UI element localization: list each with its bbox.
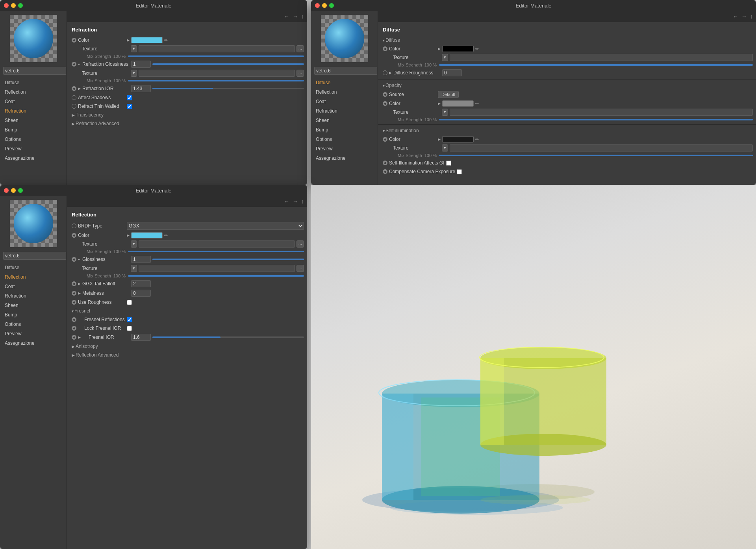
source-btn[interactable]: Default [438, 91, 459, 98]
nav-diffuse-2[interactable]: Diffuse [311, 78, 378, 87]
refr-ior-slider[interactable] [152, 88, 304, 89]
texture-field-1[interactable] [139, 45, 295, 52]
nav-back-3[interactable]: ← [284, 198, 289, 205]
fresnel-ior-slider[interactable] [152, 336, 304, 338]
max-btn-2[interactable] [329, 3, 334, 8]
texture-dots-refl[interactable]: ... [296, 240, 304, 248]
texture-dropdown-gloss[interactable]: ▾ [131, 70, 137, 77]
nav-forward-1[interactable]: → [293, 13, 298, 20]
nav-refraction-1[interactable]: Refraction [0, 106, 67, 116]
material-name-input-1[interactable] [3, 67, 66, 75]
close-btn-1[interactable] [4, 3, 9, 8]
min-btn-1[interactable] [11, 3, 16, 8]
si-subsection[interactable]: ▾ Self-illumination [378, 126, 756, 135]
metalness-input[interactable] [131, 290, 151, 297]
close-btn-3[interactable] [4, 188, 9, 193]
mix-slider-refl[interactable] [128, 251, 304, 252]
refl-color-radio[interactable] [72, 233, 76, 238]
fresnel-refl-check[interactable] [127, 317, 132, 322]
nav-forward-3[interactable]: → [293, 198, 298, 205]
opacity-color-swatch[interactable] [442, 100, 474, 107]
mix-slider-diffuse[interactable] [439, 64, 753, 66]
refr-ior-radio[interactable] [72, 86, 76, 91]
nav-back-1[interactable]: ← [284, 13, 289, 20]
refl-color-swatch[interactable] [131, 232, 163, 238]
refr-gloss-input[interactable] [131, 61, 151, 68]
refr-ior-input[interactable] [131, 85, 151, 92]
opacity-color-radio[interactable] [383, 101, 387, 106]
nav-refraction-3[interactable]: Refraction [0, 291, 67, 301]
nav-options-2[interactable]: Options [311, 135, 378, 144]
texture-dots-gloss[interactable]: ... [296, 70, 304, 77]
nav-preview-1[interactable]: Preview [0, 144, 67, 153]
color-swatch-1[interactable] [131, 37, 163, 43]
refr-gloss-radio[interactable] [72, 62, 76, 67]
nav-sheen-3[interactable]: Sheen [0, 301, 67, 310]
refr-ior-expand[interactable]: ▶ [78, 87, 81, 91]
diffuse-eyedropper[interactable]: ✏ [475, 46, 479, 52]
texture-dropdown-gloss-refl[interactable]: ▾ [131, 265, 137, 272]
mix-slider-1[interactable] [128, 55, 304, 57]
nav-coat-1[interactable]: Coat [0, 97, 67, 106]
nav-sheen-1[interactable]: Sheen [0, 116, 67, 125]
affect-shadows-check[interactable] [127, 95, 132, 100]
nav-reflection-3[interactable]: Reflection [0, 272, 67, 282]
texture-dots-gloss-refl[interactable]: ... [296, 265, 304, 272]
affect-shadows-radio[interactable] [72, 95, 76, 100]
refract-thin-radio[interactable] [72, 104, 76, 109]
fresnel-ior-input[interactable] [131, 334, 151, 341]
nav-options-1[interactable]: Options [0, 135, 67, 144]
si-affects-gi-radio[interactable] [383, 161, 387, 165]
texture-dropdown-refl[interactable]: ▾ [131, 240, 137, 248]
nav-assegnazione-2[interactable]: Assegnazione [311, 153, 378, 163]
texture-field-refl[interactable] [139, 240, 295, 248]
si-compensate-check[interactable] [457, 169, 462, 174]
material-name-input-3[interactable] [3, 252, 66, 260]
si-color-radio[interactable] [383, 137, 387, 142]
opacity-subsection[interactable]: ▾ Opacity [378, 81, 756, 90]
max-btn-1[interactable] [18, 3, 23, 8]
nav-sheen-2[interactable]: Sheen [311, 116, 378, 125]
ggx-tail-radio[interactable] [72, 281, 76, 286]
texture-dropdown-diffuse[interactable]: ▾ [442, 54, 448, 61]
mix-slider-gloss-refl[interactable] [128, 275, 304, 277]
eyedropper-1[interactable]: ✏ [164, 38, 168, 43]
nav-diffuse-1[interactable]: Diffuse [0, 78, 67, 87]
opacity-eyedropper[interactable]: ✏ [475, 101, 479, 106]
refr-gloss-expand[interactable]: ▾ [78, 62, 80, 67]
nav-assegnazione-3[interactable]: Assegnazione [0, 338, 67, 348]
nav-refraction-2[interactable]: Refraction [311, 106, 378, 116]
glossiness-slider[interactable] [152, 259, 304, 260]
color-radio-1[interactable] [72, 38, 76, 43]
brdf-type-radio[interactable] [72, 224, 76, 228]
lock-fresnel-check[interactable] [127, 326, 132, 331]
source-radio[interactable] [383, 92, 387, 97]
nav-preview-2[interactable]: Preview [311, 144, 378, 153]
mix-slider-gloss[interactable] [128, 80, 304, 81]
min-btn-3[interactable] [11, 188, 16, 193]
diffuse-roughness-input[interactable] [442, 69, 462, 76]
glossiness-input[interactable] [131, 256, 151, 263]
material-name-input-2[interactable] [314, 67, 377, 75]
nav-diffuse-3[interactable]: Diffuse [0, 263, 67, 272]
texture-field-si[interactable] [450, 144, 753, 152]
nav-bump-3[interactable]: Bump [0, 310, 67, 320]
nav-up-3[interactable]: ↑ [301, 198, 304, 205]
mix-slider-si[interactable] [439, 155, 753, 156]
nav-back-2[interactable]: ← [733, 13, 738, 20]
refr-gloss-slider[interactable] [152, 63, 304, 65]
nav-preview-3[interactable]: Preview [0, 329, 67, 338]
max-btn-3[interactable] [18, 188, 23, 193]
nav-reflection-2[interactable]: Reflection [311, 87, 378, 97]
ggx-tail-input[interactable] [131, 280, 151, 287]
glossiness-expand[interactable]: ▾ [78, 257, 80, 262]
nav-bump-2[interactable]: Bump [311, 125, 378, 135]
nav-assegnazione-1[interactable]: Assegnazione [0, 153, 67, 163]
metalness-radio[interactable] [72, 291, 76, 296]
texture-dropdown-1[interactable]: ▾ [131, 45, 137, 52]
diffuse-roughness-radio[interactable] [383, 70, 387, 75]
nav-options-3[interactable]: Options [0, 320, 67, 329]
nav-coat-2[interactable]: Coat [311, 97, 378, 106]
lock-fresnel-radio[interactable] [72, 326, 76, 331]
glossiness-radio[interactable] [72, 257, 76, 262]
